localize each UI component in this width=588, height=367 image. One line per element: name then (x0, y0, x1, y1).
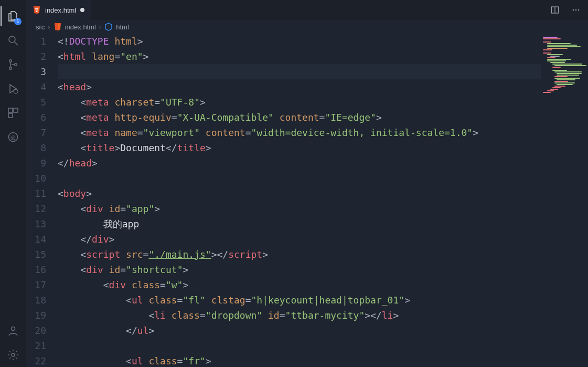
breadcrumb-file[interactable]: index.html (54, 23, 96, 31)
ellipsis-icon (572, 6, 580, 14)
symbol-icon (104, 23, 113, 31)
explorer-badge: 1 (14, 18, 22, 25)
activity-extensions[interactable] (1, 101, 26, 125)
account-icon (7, 324, 19, 337)
source-control-icon (7, 58, 19, 71)
breadcrumb-file-label: index.html (65, 23, 96, 31)
code-editor[interactable]: 1 2 3 4 5 6 7 8 9 10 11 12 13 14 15 16 1 (26, 34, 541, 367)
svg-point-12 (12, 353, 15, 356)
gear-icon (7, 349, 19, 361)
circle-glyph-icon: 会 (7, 131, 19, 143)
svg-point-0 (9, 36, 15, 43)
svg-point-11 (12, 327, 15, 331)
code-content[interactable]: <!DOCTYPE html> <html lang="en"> <head> … (58, 34, 541, 367)
html5-icon (54, 23, 62, 31)
activity-settings[interactable] (1, 343, 26, 367)
breadcrumb: src › index.html › html (26, 20, 588, 34)
activity-explorer[interactable]: 1 (1, 4, 26, 28)
svg-point-5 (14, 89, 18, 93)
editor-tabs: index.html (26, 0, 588, 20)
chevron-right-icon: › (99, 23, 101, 31)
search-icon (7, 34, 19, 47)
svg-point-4 (15, 64, 17, 66)
extensions-icon (7, 107, 19, 119)
svg-point-3 (9, 67, 12, 70)
activity-custom[interactable]: 会 (1, 125, 26, 149)
breadcrumb-symbol[interactable]: html (104, 23, 129, 31)
svg-rect-7 (14, 108, 18, 112)
breadcrumb-symbol-label: html (116, 23, 129, 31)
html5-icon (33, 6, 41, 14)
svg-point-15 (573, 9, 574, 11)
activity-scm[interactable] (1, 53, 26, 77)
svg-point-2 (9, 60, 12, 62)
tab-label: index.html (45, 6, 76, 14)
run-debug-icon (7, 82, 19, 95)
svg-rect-8 (8, 113, 13, 118)
split-icon (551, 6, 559, 14)
svg-text:会: 会 (10, 134, 16, 140)
breadcrumb-src[interactable]: src (36, 23, 45, 31)
more-actions-button[interactable] (567, 1, 585, 19)
svg-point-16 (575, 9, 577, 11)
line-number-gutter: 1 2 3 4 5 6 7 8 9 10 11 12 13 14 15 16 1 (26, 34, 58, 367)
chevron-right-icon: › (48, 23, 50, 31)
activity-account[interactable] (1, 319, 26, 343)
svg-line-1 (15, 42, 18, 45)
activity-search[interactable] (1, 28, 26, 53)
tab-index-html[interactable]: index.html (26, 0, 91, 20)
svg-rect-6 (8, 108, 13, 112)
activity-debug[interactable] (1, 77, 26, 101)
activity-bar: 1 会 (0, 0, 26, 367)
dirty-indicator-icon (80, 8, 84, 12)
svg-point-17 (578, 9, 580, 11)
split-editor-button[interactable] (546, 1, 564, 19)
minimap[interactable] (541, 34, 588, 367)
